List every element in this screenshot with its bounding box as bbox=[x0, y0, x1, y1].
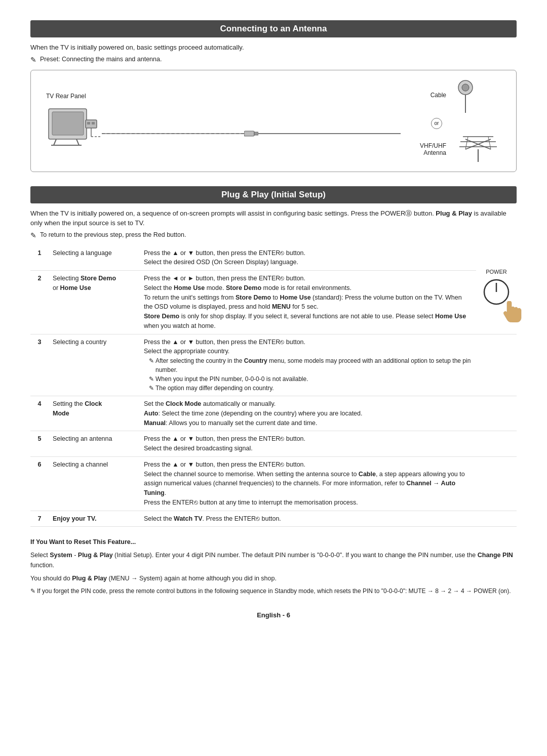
antenna-section: Connecting to an Antenna When the TV is … bbox=[30, 20, 517, 172]
svg-point-13 bbox=[462, 84, 469, 91]
step-1-label: Selecting a language bbox=[49, 245, 140, 271]
reset-title: If You Want to Reset This Feature... bbox=[30, 537, 517, 547]
tv-rear-img bbox=[46, 104, 102, 149]
step-4-number: 4 bbox=[30, 396, 49, 431]
note-icon-3b: ✎ bbox=[149, 374, 154, 384]
step-6-label: Selecting a channel bbox=[49, 456, 140, 511]
step-1-content: Press the ▲ or ▼ button, then press the … bbox=[140, 245, 476, 271]
step-3-label: Selecting a country bbox=[49, 334, 140, 396]
step-5-row: 5 Selecting an antenna Press the ▲ or ▼ … bbox=[30, 431, 517, 457]
reset-note-text: If you forget the PIN code, press the re… bbox=[37, 586, 511, 596]
dotted-connector bbox=[102, 133, 244, 134]
cable-label: Cable bbox=[401, 92, 446, 99]
step-7-row: 7 Enjoy your TV. Select the Watch TV. Pr… bbox=[30, 511, 517, 527]
step-5-content: Press the ▲ or ▼ button, then press the … bbox=[140, 431, 476, 457]
plug-play-intro: When the TV is initially powered on, a s… bbox=[30, 208, 517, 228]
step-7-number: 7 bbox=[30, 511, 49, 527]
note-pencil-icon: ✎ bbox=[30, 56, 36, 64]
note-pencil-icon-2: ✎ bbox=[30, 231, 36, 239]
step-6-row: 6 Selecting a channel Press the ▲ or ▼ b… bbox=[30, 456, 517, 511]
svg-line-3 bbox=[76, 139, 79, 145]
note-icon-reset: ✎ bbox=[30, 586, 35, 596]
step-6-content: Press the ▲ or ▼ button, then press the … bbox=[140, 456, 476, 511]
vhf-antenna-icon bbox=[455, 134, 501, 164]
step-7-label: Enjoy your TV. bbox=[49, 511, 140, 527]
step-6-number: 6 bbox=[30, 456, 49, 511]
reset-line-1: Select System - Plug & Play (Initial Set… bbox=[30, 550, 517, 570]
tv-rear-label: TV Rear Panel bbox=[46, 93, 86, 100]
cable-row: Cable bbox=[401, 77, 476, 113]
svg-line-21 bbox=[465, 137, 468, 149]
antenna-preset-note: ✎ Preset: Connecting the mains and anten… bbox=[30, 56, 517, 64]
step-7-empty-cell bbox=[476, 511, 517, 527]
tv-rear-section: TV Rear Panel bbox=[46, 93, 102, 149]
page-footer: English - 6 bbox=[30, 611, 517, 619]
note-icon-3c: ✎ bbox=[149, 384, 154, 393]
solid-connector bbox=[258, 133, 401, 134]
step-7-content: Select the Watch TV. Press the ENTER⎋ bu… bbox=[140, 511, 476, 527]
right-connectors: Cable or VHF/UHF Antenna bbox=[401, 77, 501, 164]
antenna-intro: When the TV is initially powered on, bas… bbox=[30, 43, 517, 53]
step-5-label: Selecting an antenna bbox=[49, 431, 140, 457]
svg-rect-1 bbox=[52, 112, 84, 135]
power-text-label: POWER bbox=[480, 268, 513, 276]
plug-play-section: Plug & Play (Initial Setup) When the TV … bbox=[30, 186, 517, 597]
step-3-content: Press the ▲ or ▼ button, then press the … bbox=[140, 334, 476, 396]
power-icon-cell: POWER bbox=[476, 245, 517, 334]
vhf-row: VHF/UHF Antenna bbox=[401, 134, 501, 164]
step-2-row: 2 Selecting Store Demoor Home Use Press … bbox=[30, 271, 517, 334]
step-4-empty-cell bbox=[476, 396, 517, 431]
footer-language: English bbox=[257, 611, 281, 619]
reset-line-2: You should do Plug & Play (MENU → System… bbox=[30, 573, 517, 583]
footer-page: 6 bbox=[287, 611, 290, 619]
antenna-diagram-box: TV Rear Panel bbox=[30, 70, 517, 172]
svg-line-2 bbox=[54, 139, 56, 145]
step-2-label: Selecting Store Demoor Home Use bbox=[49, 271, 140, 334]
plug-icon bbox=[244, 129, 258, 138]
or-indicator: or bbox=[431, 118, 442, 129]
step-3-note-3: ✎The option may differ depending on coun… bbox=[149, 384, 472, 393]
svg-rect-10 bbox=[244, 131, 254, 136]
tv-illustration bbox=[46, 104, 102, 149]
step-3-note-2: ✎When you input the PIN number, 0-0-0-0 … bbox=[149, 374, 472, 384]
reset-section: If You Want to Reset This Feature... Sel… bbox=[30, 537, 517, 596]
vhf-label: VHF/UHF Antenna bbox=[401, 142, 446, 156]
connector-assembly bbox=[102, 129, 401, 138]
step-6-empty-cell bbox=[476, 456, 517, 511]
plug-play-header: Plug & Play (Initial Setup) bbox=[30, 186, 517, 203]
step-1-row: 1 Selecting a language Press the ▲ or ▼ … bbox=[30, 245, 517, 271]
reset-note: ✎ If you forget the PIN code, press the … bbox=[30, 586, 517, 596]
step-3-note-1: ✎After selecting the country in the Coun… bbox=[149, 356, 472, 374]
step-4-content: Set the Clock Mode automatically or manu… bbox=[140, 396, 476, 431]
antenna-diagram: TV Rear Panel bbox=[41, 77, 506, 164]
step-3-empty-cell bbox=[476, 334, 517, 396]
step-5-number: 5 bbox=[30, 431, 49, 457]
step-4-label: Setting the ClockMode bbox=[49, 396, 140, 431]
step-3-row: 3 Selecting a country Press the ▲ or ▼ b… bbox=[30, 334, 517, 396]
step-1-number: 1 bbox=[30, 245, 49, 271]
svg-line-22 bbox=[488, 137, 491, 149]
step-2-content: Press the ◄ or ► button, then press the … bbox=[140, 271, 476, 334]
note-icon-3a: ✎ bbox=[149, 356, 154, 365]
steps-table: 1 Selecting a language Press the ▲ or ▼ … bbox=[30, 245, 517, 527]
cable-connector-icon bbox=[455, 77, 476, 113]
svg-rect-11 bbox=[254, 132, 258, 135]
step-2-number: 2 bbox=[30, 271, 49, 334]
plug-play-note: ✎ To return to the previous step, press … bbox=[30, 231, 517, 239]
svg-rect-6 bbox=[87, 122, 90, 124]
step-5-empty-cell bbox=[476, 431, 517, 457]
antenna-header: Connecting to an Antenna bbox=[30, 20, 517, 37]
svg-rect-7 bbox=[92, 122, 95, 124]
step-3-number: 3 bbox=[30, 334, 49, 396]
finger-icon bbox=[502, 301, 522, 322]
step-4-row: 4 Setting the ClockMode Set the Clock Mo… bbox=[30, 396, 517, 431]
diagram-center bbox=[102, 129, 401, 138]
power-button-icon bbox=[481, 278, 512, 311]
